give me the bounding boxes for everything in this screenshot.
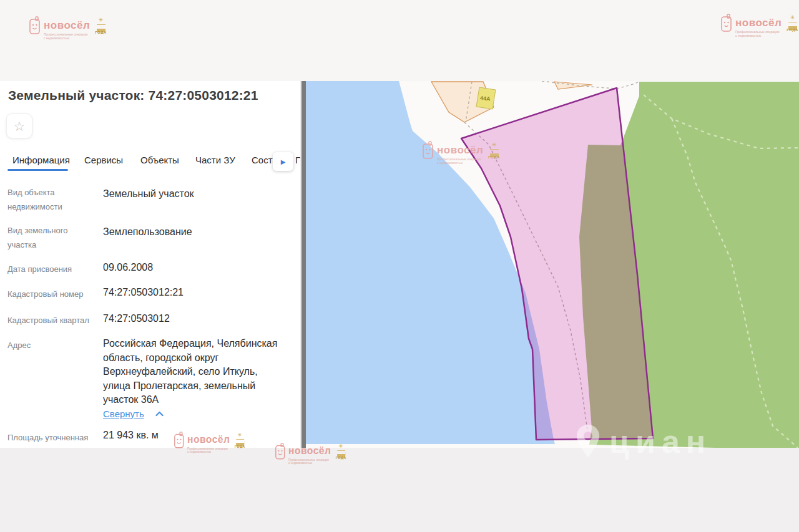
- field-label: Вид земельного участка: [7, 223, 96, 252]
- field-label: Кадастровый номер: [7, 287, 96, 301]
- chevron-up-icon[interactable]: [155, 411, 164, 417]
- field-label: Кадастровый квартал: [7, 313, 96, 327]
- chevron-right-icon: ▶: [281, 158, 286, 165]
- building-label: 44A: [479, 95, 491, 102]
- info-panel: Земельный участок: 74:27:0503012:21 ☆ Ин…: [0, 81, 300, 448]
- field-value: Землепользование: [103, 225, 290, 239]
- field-label: Адрес: [7, 338, 96, 352]
- field-value: 21 943 кв. м: [103, 428, 290, 443]
- map-canvas[interactable]: 44A: [306, 81, 799, 448]
- header-band: [0, 0, 799, 81]
- field-value: Земельный участок: [103, 187, 290, 201]
- next-tabs-button[interactable]: ▶: [273, 152, 293, 171]
- star-icon: ☆: [14, 120, 26, 133]
- field-value: 09.06.2008: [103, 261, 290, 275]
- panel-scrollbar[interactable]: [301, 81, 306, 448]
- tab-parts[interactable]: Части ЗУ: [195, 155, 235, 165]
- tab-services[interactable]: Сервисы: [84, 155, 123, 165]
- field-label: Дата присвоения: [7, 262, 96, 276]
- brand-tagline: Профессиональные операциис недвижимостью: [288, 458, 331, 465]
- field-label: Площадь уточненная: [7, 430, 96, 445]
- active-tab-underline: [7, 169, 68, 171]
- field-label: Вид объекта недвижимости: [7, 185, 96, 214]
- field-value: 74:27:0503012: [103, 312, 290, 326]
- collapse-link[interactable]: Свернуть: [103, 409, 144, 419]
- tab-objects[interactable]: Объекты: [140, 155, 179, 165]
- favorite-button[interactable]: ☆: [6, 114, 32, 138]
- page-title: Земельный участок: 74:27:0503012:21: [8, 88, 258, 103]
- field-value: 74:27:0503012:21: [103, 286, 290, 300]
- tab-partial-hidden[interactable]: Г: [295, 155, 300, 165]
- cadastral-map[interactable]: 44A новосёл Профессиональные операциис н…: [306, 81, 799, 448]
- field-value-address: Российская Федерация, Челябинская област…: [103, 337, 285, 407]
- tab-information[interactable]: Информация: [12, 155, 70, 165]
- page: новосёл Профессиональные операциис недви…: [0, 0, 799, 532]
- tab-bar: Информация Сервисы Объекты Части ЗУ Сост…: [0, 152, 300, 172]
